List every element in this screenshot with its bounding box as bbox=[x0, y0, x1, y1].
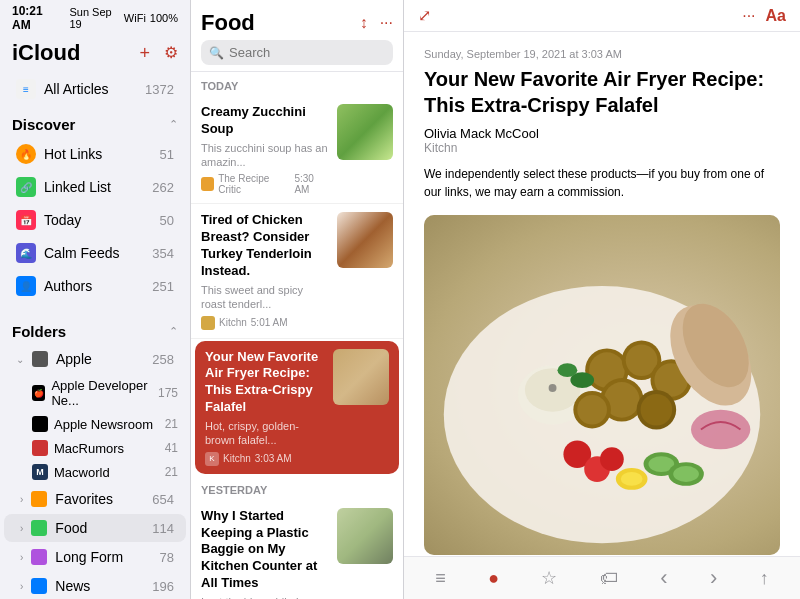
folders-section: Folders ⌃ ⌄ Apple 258 🍎 Apple Developer … bbox=[0, 313, 190, 599]
all-articles-label: All Articles bbox=[44, 81, 109, 97]
articles-list: TODAY Creamy Zucchini Soup This zucchini… bbox=[191, 72, 403, 599]
article-source: The Recipe Critic bbox=[218, 173, 290, 195]
macworld-label: Macworld bbox=[54, 465, 110, 480]
hotlinks-count: 51 bbox=[160, 147, 174, 162]
right-toolbar-left: ⤢ bbox=[418, 6, 431, 25]
sidebar-item-macworld[interactable]: M Macworld 21 bbox=[0, 460, 190, 484]
sidebar-item-linkedlist[interactable]: 🔗 Linked List 262 bbox=[4, 171, 186, 203]
battery-icon: 100% bbox=[150, 12, 178, 24]
article-title: Why I Started Keeping a Plastic Baggie o… bbox=[201, 508, 329, 592]
sidebar-item-news[interactable]: › News 196 bbox=[4, 572, 186, 599]
sidebar-item-apple-dev[interactable]: 🍎 Apple Developer Ne... 175 bbox=[0, 374, 190, 412]
svg-point-25 bbox=[691, 410, 750, 450]
sidebar-item-calmfeeds[interactable]: 🌊 Calm Feeds 354 bbox=[4, 237, 186, 269]
favorites-chevron: › bbox=[20, 494, 23, 505]
linkedlist-count: 262 bbox=[152, 180, 174, 195]
discover-chevron[interactable]: ⌃ bbox=[169, 118, 178, 131]
star-button[interactable]: ☆ bbox=[541, 567, 557, 589]
svg-point-13 bbox=[641, 394, 673, 426]
article-content: Your New Favorite Air Fryer Recipe: This… bbox=[205, 349, 325, 466]
apple-newsroom-count: 21 bbox=[165, 417, 178, 431]
sidebar-item-longform[interactable]: › Long Form 78 bbox=[4, 543, 186, 571]
folders-chevron[interactable]: ⌃ bbox=[169, 325, 178, 338]
linkedlist-label: Linked List bbox=[44, 179, 111, 195]
news-count: 196 bbox=[152, 579, 174, 594]
sidebar-item-all-articles[interactable]: ≡ All Articles 1372 bbox=[4, 73, 186, 105]
news-icon bbox=[31, 578, 47, 594]
all-articles-icon: ≡ bbox=[16, 79, 36, 99]
falafel-illustration bbox=[424, 215, 780, 555]
article-time: 5:01 AM bbox=[251, 317, 288, 328]
search-bar[interactable]: 🔍 bbox=[201, 40, 393, 65]
article-excerpt: This zucchini soup has an amazin... bbox=[201, 141, 329, 170]
apple-dev-label: Apple Developer Ne... bbox=[51, 378, 158, 408]
article-time: 5:30 AM bbox=[294, 173, 329, 195]
apple-folder-icon bbox=[32, 351, 48, 367]
article-excerpt: I got the idea while I was treating... bbox=[201, 595, 329, 599]
article-date: Sunday, September 19, 2021 at 3:03 AM bbox=[424, 48, 780, 60]
share-button[interactable]: ↑ bbox=[760, 568, 769, 589]
font-button[interactable]: Aa bbox=[766, 7, 786, 25]
right-panel: ⤢ ··· Aa Sunday, September 19, 2021 at 3… bbox=[404, 0, 800, 599]
back-button[interactable]: ‹ bbox=[660, 565, 667, 591]
sidebar-item-macrumors[interactable]: MacRumors 41 bbox=[0, 436, 190, 460]
apple-newsroom-label: Apple Newsroom bbox=[54, 417, 153, 432]
article-time: 3:03 AM bbox=[255, 453, 292, 464]
favorites-label: Favorites bbox=[55, 491, 113, 507]
right-content: Sunday, September 19, 2021 at 3:03 AM Yo… bbox=[404, 32, 800, 556]
middle-title: Food bbox=[201, 10, 255, 36]
longform-icon bbox=[31, 549, 47, 565]
bullet-button[interactable]: ● bbox=[488, 568, 499, 589]
settings-button[interactable]: ⚙ bbox=[164, 43, 178, 64]
article-thumb bbox=[337, 104, 393, 160]
sidebar-item-food[interactable]: › Food 114 bbox=[4, 514, 186, 542]
svg-point-27 bbox=[558, 363, 578, 377]
expand-icon[interactable]: ⤢ bbox=[418, 6, 431, 25]
authors-label: Authors bbox=[44, 278, 92, 294]
sidebar-item-today[interactable]: 📅 Today 50 bbox=[4, 204, 186, 236]
menu-button[interactable]: ≡ bbox=[435, 568, 446, 589]
search-icon: 🔍 bbox=[209, 46, 224, 60]
all-articles-count: 1372 bbox=[145, 82, 174, 97]
longform-chevron: › bbox=[20, 552, 23, 563]
article-item-falafel[interactable]: Your New Favorite Air Fryer Recipe: This… bbox=[195, 341, 399, 474]
section-today: TODAY bbox=[191, 72, 403, 96]
kitchn-icon bbox=[201, 316, 215, 330]
sidebar-item-apple[interactable]: ⌄ Apple 258 bbox=[4, 345, 186, 373]
article-item-zucchini[interactable]: Creamy Zucchini Soup This zucchini soup … bbox=[191, 96, 403, 204]
authors-icon: 👤 bbox=[16, 276, 36, 296]
sidebar-item-apple-newsroom[interactable]: Apple Newsroom 21 bbox=[0, 412, 190, 436]
food-chevron: › bbox=[20, 523, 23, 534]
dots-icon[interactable]: ··· bbox=[742, 7, 755, 25]
right-toolbar: ⤢ ··· Aa bbox=[404, 0, 800, 32]
article-item-turkey[interactable]: Tired of Chicken Breast? Consider Turkey… bbox=[191, 204, 403, 338]
apple-chevron: ⌄ bbox=[16, 354, 24, 365]
food-count: 114 bbox=[152, 521, 174, 536]
forward-button[interactable]: › bbox=[710, 565, 717, 591]
more-icon[interactable]: ··· bbox=[380, 14, 393, 32]
news-chevron: › bbox=[20, 581, 23, 592]
food-icon bbox=[31, 520, 47, 536]
article-meta: K Kitchn 3:03 AM bbox=[205, 452, 325, 466]
status-date: Sun Sep 19 bbox=[69, 6, 123, 30]
svg-point-20 bbox=[600, 447, 624, 471]
macrumors-label: MacRumors bbox=[54, 441, 124, 456]
authors-count: 251 bbox=[152, 279, 174, 294]
apple-count: 258 bbox=[152, 352, 174, 367]
sort-icon[interactable]: ↕ bbox=[360, 14, 368, 32]
sidebar-item-hotlinks[interactable]: 🔥 Hot Links 51 bbox=[4, 138, 186, 170]
sidebar-item-authors[interactable]: 👤 Authors 251 bbox=[4, 270, 186, 302]
article-item-baggie[interactable]: Why I Started Keeping a Plastic Baggie o… bbox=[191, 500, 403, 599]
article-thumb bbox=[337, 212, 393, 268]
tag-button[interactable]: 🏷 bbox=[600, 568, 618, 589]
middle-panel: Food ↕ ··· 🔍 TODAY Creamy Zucchini Soup … bbox=[191, 0, 404, 599]
apple-dev-count: 175 bbox=[158, 386, 178, 400]
search-input[interactable] bbox=[229, 45, 385, 60]
article-thumb bbox=[337, 508, 393, 564]
article-author: Olivia Mack McCool bbox=[424, 126, 780, 141]
sidebar-item-favorites[interactable]: › Favorites 654 bbox=[4, 485, 186, 513]
sidebar: 10:21 AM Sun Sep 19 WiFi 100% iCloud + ⚙… bbox=[0, 0, 191, 599]
svg-point-3 bbox=[549, 384, 557, 392]
add-button[interactable]: + bbox=[139, 43, 150, 64]
sidebar-title: iCloud bbox=[12, 40, 80, 66]
